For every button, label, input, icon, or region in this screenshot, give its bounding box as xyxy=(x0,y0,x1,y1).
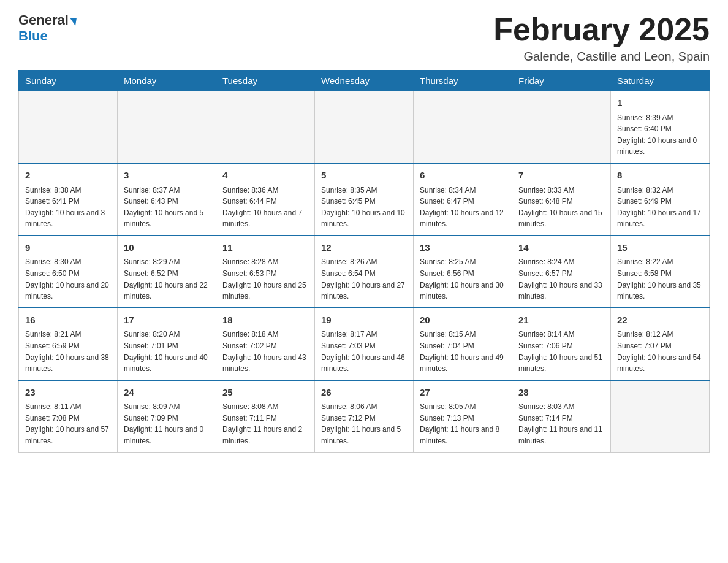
day-number: 2 xyxy=(25,169,111,183)
day-info: Sunrise: 8:18 AMSunset: 7:02 PMDaylight:… xyxy=(222,329,308,374)
calendar-table: SundayMondayTuesdayWednesdayThursdayFrid… xyxy=(18,70,710,452)
day-info: Sunrise: 8:34 AMSunset: 6:47 PMDaylight:… xyxy=(420,185,506,230)
calendar-cell: 18Sunrise: 8:18 AMSunset: 7:02 PMDayligh… xyxy=(216,308,315,380)
calendar-cell: 6Sunrise: 8:34 AMSunset: 6:47 PMDaylight… xyxy=(414,163,512,236)
logo-blue-text: Blue xyxy=(18,28,48,44)
calendar-week-2: 2Sunrise: 8:38 AMSunset: 6:41 PMDaylight… xyxy=(19,163,710,236)
logo-general-text: General xyxy=(18,12,69,28)
weekday-header-monday: Monday xyxy=(118,71,216,91)
weekday-header-thursday: Thursday xyxy=(414,71,512,91)
day-number: 12 xyxy=(321,241,407,255)
day-number: 6 xyxy=(420,169,506,183)
calendar-cell: 16Sunrise: 8:21 AMSunset: 6:59 PMDayligh… xyxy=(19,308,118,380)
calendar-cell: 12Sunrise: 8:26 AMSunset: 6:54 PMDayligh… xyxy=(315,236,414,308)
day-number: 1 xyxy=(617,96,703,110)
day-number: 24 xyxy=(124,386,210,400)
day-info: Sunrise: 8:38 AMSunset: 6:41 PMDaylight:… xyxy=(25,185,111,230)
day-info: Sunrise: 8:03 AMSunset: 7:14 PMDaylight:… xyxy=(518,401,604,446)
weekday-header-tuesday: Tuesday xyxy=(216,71,315,91)
day-info: Sunrise: 8:20 AMSunset: 7:01 PMDaylight:… xyxy=(124,329,210,374)
day-number: 28 xyxy=(518,386,604,400)
day-number: 15 xyxy=(617,241,703,255)
day-info: Sunrise: 8:21 AMSunset: 6:59 PMDaylight:… xyxy=(25,329,111,374)
calendar-cell: 25Sunrise: 8:08 AMSunset: 7:11 PMDayligh… xyxy=(216,380,315,452)
page-header: General Blue February 2025 Galende, Cast… xyxy=(18,12,710,64)
day-number: 20 xyxy=(420,313,506,327)
weekday-header-friday: Friday xyxy=(512,71,611,91)
calendar-cell xyxy=(118,91,216,163)
day-number: 27 xyxy=(420,386,506,400)
calendar-cell: 28Sunrise: 8:03 AMSunset: 7:14 PMDayligh… xyxy=(512,380,611,452)
weekday-header-wednesday: Wednesday xyxy=(315,71,414,91)
day-number: 25 xyxy=(222,386,308,400)
calendar-week-1: 1Sunrise: 8:39 AMSunset: 6:40 PMDaylight… xyxy=(19,91,710,163)
calendar-cell: 4Sunrise: 8:36 AMSunset: 6:44 PMDaylight… xyxy=(216,163,315,236)
calendar-week-3: 9Sunrise: 8:30 AMSunset: 6:50 PMDaylight… xyxy=(19,236,710,308)
calendar-cell: 5Sunrise: 8:35 AMSunset: 6:45 PMDaylight… xyxy=(315,163,414,236)
day-info: Sunrise: 8:35 AMSunset: 6:45 PMDaylight:… xyxy=(321,185,407,230)
day-info: Sunrise: 8:11 AMSunset: 7:08 PMDaylight:… xyxy=(25,401,111,446)
calendar-cell: 9Sunrise: 8:30 AMSunset: 6:50 PMDaylight… xyxy=(19,236,118,308)
day-info: Sunrise: 8:17 AMSunset: 7:03 PMDaylight:… xyxy=(321,329,407,374)
day-number: 3 xyxy=(124,169,210,183)
calendar-cell: 2Sunrise: 8:38 AMSunset: 6:41 PMDaylight… xyxy=(19,163,118,236)
calendar-cell: 21Sunrise: 8:14 AMSunset: 7:06 PMDayligh… xyxy=(512,308,611,380)
day-number: 26 xyxy=(321,386,407,400)
day-info: Sunrise: 8:08 AMSunset: 7:11 PMDaylight:… xyxy=(222,401,308,446)
logo: General Blue xyxy=(18,12,77,44)
day-number: 22 xyxy=(617,313,703,327)
day-info: Sunrise: 8:25 AMSunset: 6:56 PMDaylight:… xyxy=(420,256,506,302)
weekday-header-saturday: Saturday xyxy=(611,71,710,91)
day-info: Sunrise: 8:12 AMSunset: 7:07 PMDaylight:… xyxy=(617,329,703,374)
weekday-header-row: SundayMondayTuesdayWednesdayThursdayFrid… xyxy=(19,71,710,91)
day-number: 4 xyxy=(222,169,308,183)
calendar-week-5: 23Sunrise: 8:11 AMSunset: 7:08 PMDayligh… xyxy=(19,380,710,452)
day-info: Sunrise: 8:32 AMSunset: 6:49 PMDaylight:… xyxy=(617,185,703,230)
day-info: Sunrise: 8:30 AMSunset: 6:50 PMDaylight:… xyxy=(25,256,111,302)
day-number: 5 xyxy=(321,169,407,183)
day-info: Sunrise: 8:36 AMSunset: 6:44 PMDaylight:… xyxy=(222,185,308,230)
calendar-cell: 19Sunrise: 8:17 AMSunset: 7:03 PMDayligh… xyxy=(315,308,414,380)
weekday-header-sunday: Sunday xyxy=(19,71,118,91)
calendar-cell: 13Sunrise: 8:25 AMSunset: 6:56 PMDayligh… xyxy=(414,236,512,308)
day-number: 10 xyxy=(124,241,210,255)
calendar-cell: 10Sunrise: 8:29 AMSunset: 6:52 PMDayligh… xyxy=(118,236,216,308)
calendar-cell: 15Sunrise: 8:22 AMSunset: 6:58 PMDayligh… xyxy=(611,236,710,308)
day-number: 9 xyxy=(25,241,111,255)
calendar-cell: 17Sunrise: 8:20 AMSunset: 7:01 PMDayligh… xyxy=(118,308,216,380)
calendar-cell: 3Sunrise: 8:37 AMSunset: 6:43 PMDaylight… xyxy=(118,163,216,236)
day-info: Sunrise: 8:24 AMSunset: 6:57 PMDaylight:… xyxy=(518,256,604,302)
calendar-cell: 7Sunrise: 8:33 AMSunset: 6:48 PMDaylight… xyxy=(512,163,611,236)
calendar-cell: 22Sunrise: 8:12 AMSunset: 7:07 PMDayligh… xyxy=(611,308,710,380)
month-title: February 2025 xyxy=(493,12,710,47)
day-number: 7 xyxy=(518,169,604,183)
calendar-cell: 26Sunrise: 8:06 AMSunset: 7:12 PMDayligh… xyxy=(315,380,414,452)
day-number: 23 xyxy=(25,386,111,400)
calendar-cell xyxy=(414,91,512,163)
day-info: Sunrise: 8:06 AMSunset: 7:12 PMDaylight:… xyxy=(321,401,407,446)
day-number: 21 xyxy=(518,313,604,327)
calendar-week-4: 16Sunrise: 8:21 AMSunset: 6:59 PMDayligh… xyxy=(19,308,710,380)
day-number: 11 xyxy=(222,241,308,255)
title-section: February 2025 Galende, Castille and Leon… xyxy=(493,12,710,64)
day-info: Sunrise: 8:29 AMSunset: 6:52 PMDaylight:… xyxy=(124,256,210,302)
day-info: Sunrise: 8:09 AMSunset: 7:09 PMDaylight:… xyxy=(124,401,210,446)
day-info: Sunrise: 8:26 AMSunset: 6:54 PMDaylight:… xyxy=(321,256,407,302)
calendar-cell xyxy=(611,380,710,452)
day-info: Sunrise: 8:33 AMSunset: 6:48 PMDaylight:… xyxy=(518,185,604,230)
day-info: Sunrise: 8:14 AMSunset: 7:06 PMDaylight:… xyxy=(518,329,604,374)
day-number: 14 xyxy=(518,241,604,255)
day-info: Sunrise: 8:28 AMSunset: 6:53 PMDaylight:… xyxy=(222,256,308,302)
calendar-cell: 20Sunrise: 8:15 AMSunset: 7:04 PMDayligh… xyxy=(414,308,512,380)
day-number: 13 xyxy=(420,241,506,255)
day-number: 17 xyxy=(124,313,210,327)
calendar-cell xyxy=(19,91,118,163)
calendar-cell xyxy=(512,91,611,163)
location: Galende, Castille and Leon, Spain xyxy=(493,50,710,64)
calendar-cell: 27Sunrise: 8:05 AMSunset: 7:13 PMDayligh… xyxy=(414,380,512,452)
calendar-cell: 8Sunrise: 8:32 AMSunset: 6:49 PMDaylight… xyxy=(611,163,710,236)
day-number: 19 xyxy=(321,313,407,327)
calendar-cell: 11Sunrise: 8:28 AMSunset: 6:53 PMDayligh… xyxy=(216,236,315,308)
calendar-cell xyxy=(315,91,414,163)
day-number: 18 xyxy=(222,313,308,327)
